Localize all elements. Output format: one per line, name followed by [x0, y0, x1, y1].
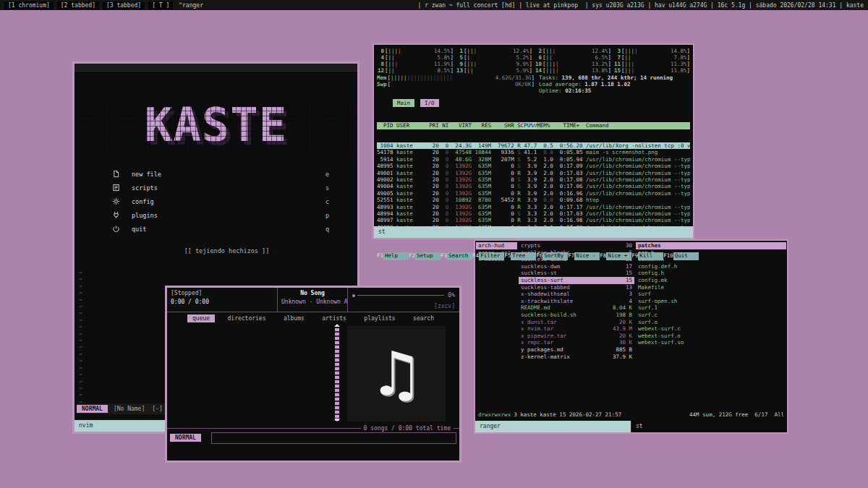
fkey-kill[interactable]: F9Kill	[631, 252, 663, 260]
process-row[interactable]: 48993 kaste 20 0 1392G 635M 0 R 3.3 2.0 …	[377, 204, 690, 210]
htop-window[interactable]: 0[||||14.5%]1[|||12.4%]2[|||12.4%]3[||||…	[373, 43, 694, 239]
workspace-tag[interactable]: [1 chromium]	[4, 1, 54, 9]
load-line: Load average: 1.87 1.18 1.02	[539, 81, 630, 87]
ranger-preview-row[interactable]: surf.1	[636, 304, 786, 312]
ranger-file-row[interactable]: y packages.md885 B	[519, 346, 634, 354]
process-row[interactable]: 5914 kaste 20 0 48.6G 328M 207M S 5.2 1.…	[377, 156, 690, 163]
menu-item-config[interactable]: configc	[112, 194, 329, 208]
menu-item-plugins[interactable]: pluginsp	[112, 208, 329, 222]
htop-tab-io[interactable]: I/O	[420, 99, 439, 107]
ranger-preview-row[interactable]: surf.c	[636, 312, 786, 319]
music-command-box[interactable]	[211, 432, 456, 444]
scroll-up-icon[interactable]	[334, 324, 340, 327]
cpu-meter-2: 2[|||12.4%]	[535, 48, 611, 54]
window-tab-ranger[interactable]: ranger	[475, 421, 631, 432]
tilde-column: ~~~~~~~~~~~~~~~~~~~~	[79, 270, 82, 406]
new-file-icon	[112, 170, 122, 178]
ranger-window[interactable]: arch-hudoctan~.netx musica crypts30suckl…	[474, 239, 788, 434]
fkey-nice[interactable]: F8Nice +	[600, 252, 631, 260]
cpu-meter-15: 15[|||11.8%]	[613, 67, 690, 74]
ranger-file-row[interactable]: suckless-st15	[519, 270, 634, 277]
swap-value: 0K/0K	[515, 81, 532, 87]
ranger-preview-row[interactable]: webext-surf.so	[636, 339, 786, 346]
ranger-file-row[interactable]: x dunst.tar20 K	[519, 319, 634, 326]
window-tab-st[interactable]: st	[631, 421, 787, 432]
music-player-window[interactable]: [Stopped] 0:00 / 0:00 No Song Unknown - …	[165, 286, 461, 463]
fkey-search[interactable]: F3Search	[441, 252, 472, 260]
ranger-file-row[interactable]: README.md8.04 K	[519, 304, 634, 312]
process-row[interactable]: 52551 kaste 20 0 10892 8780 5452 R 3.9 0…	[377, 197, 690, 203]
music-note-icon: ♫	[369, 338, 423, 409]
music-tab-directories[interactable]: directories	[223, 314, 271, 322]
ranger-preview-row[interactable]: surf.o	[636, 319, 786, 326]
ranger-file-row[interactable]: x-trackwithslate4	[519, 298, 634, 305]
file-size: 885 B	[616, 346, 632, 354]
fkey-sortby[interactable]: F6SortBy	[536, 252, 568, 260]
ranger-file-row[interactable]: x-shadewithseal3	[519, 291, 634, 298]
process-row[interactable]: 49005 kaste 20 0 1392G 635M 0 R 3.9 2.0 …	[377, 190, 690, 197]
htop-tab-main[interactable]: Main	[393, 99, 414, 107]
volume-slider[interactable]	[357, 295, 444, 296]
ranger-preview-row[interactable]: config.mk	[636, 277, 786, 284]
ranger-file-row[interactable]: x rmpc.tar30 K	[519, 339, 634, 346]
process-row[interactable]: 49002 kaste 20 0 1392G 635M 0 S 3.9 2.0 …	[377, 176, 690, 183]
cpu-meters: 0[||||14.5%]1[|||12.4%]2[|||12.4%]3[||||…	[377, 48, 690, 74]
fkey-nice[interactable]: F7Nice -	[568, 252, 600, 260]
menu-item-scripts[interactable]: scriptss	[112, 181, 329, 194]
process-table-header[interactable]: PID USER PRI NI VIRT RES SHR SCPU%▽MEM% …	[377, 122, 690, 129]
volume-percent: 0%	[448, 292, 455, 299]
process-row[interactable]: 48994 kaste 20 0 1392G 635M 0 S 3.3 2.0 …	[377, 210, 690, 217]
process-row[interactable]: 48997 kaste 20 0 1392G 635M 0 R 3.3 2.0 …	[377, 217, 690, 223]
menu-item-quit[interactable]: quitq	[112, 222, 329, 236]
fkey-tree[interactable]: F5Tree	[504, 252, 536, 260]
htop-tab-title[interactable]: st	[374, 226, 693, 238]
process-row[interactable]: 49004 kaste 20 0 1392G 635M 0 S 3.9 2.0 …	[377, 183, 690, 189]
player-elapsed-time: 0:00 / 0:00	[171, 299, 273, 305]
music-tab-queue[interactable]: queue	[187, 314, 215, 322]
file-name: x-shadewithseal	[521, 291, 570, 298]
ranger-file-row[interactable]: z-kernel-matrix37.9 K	[519, 354, 634, 361]
menu-item-shortcut: q	[326, 226, 329, 233]
ranger-preview-row[interactable]: webext-surf.c	[636, 325, 786, 333]
workspace-tag[interactable]: [ T ]	[148, 1, 173, 9]
scroll-down-icon[interactable]	[334, 419, 340, 421]
ranger-preview-row[interactable]: config.def.h	[636, 263, 786, 270]
menu-item-new-file[interactable]: new filee	[112, 167, 329, 181]
file-name: suckless-tabbed	[521, 284, 570, 291]
ranger-file-row[interactable]: x pipewire.tar20 K	[519, 333, 634, 340]
ranger-preview-row[interactable]: Makefile	[636, 284, 786, 291]
music-tab-search[interactable]: search	[408, 314, 439, 322]
process-row[interactable]: 49001 kaste 20 0 1392G 635M 0 R 3.9 2.0 …	[377, 170, 690, 176]
ranger-preview-row[interactable]: surf-open.sh	[636, 298, 786, 305]
queue-scrollbar[interactable]	[335, 328, 339, 421]
fkey-filter[interactable]: F4Filter	[472, 252, 504, 260]
process-row[interactable]: 54178 kaste 20 0 47548 10844 9336 S 41.1…	[377, 149, 690, 155]
ranger-file-row[interactable]: suckless-surf15	[519, 277, 634, 284]
menu-item-label: new file	[132, 171, 161, 178]
file-permissions: drwxrwxrwx	[478, 411, 511, 418]
music-tab-artists[interactable]: artists	[317, 314, 352, 322]
workspace-tags: [1 chromium][2 tabbed][3 tabbed][ T ]	[4, 1, 176, 9]
ranger-preview-row[interactable]: config.h	[636, 270, 786, 277]
music-tab-playlists[interactable]: playlists	[359, 314, 400, 322]
fkey-quit[interactable]: F10Quit	[663, 252, 699, 260]
ranger-file-row[interactable]: suckless-dwm17	[519, 263, 634, 270]
workspace-tag[interactable]: [2 tabbed]	[57, 1, 99, 9]
process-row[interactable]: 48995 kaste 20 0 1392G 635M 0 S 3.9 2.0 …	[377, 163, 690, 169]
ranger-preview-row[interactable]: surf	[636, 291, 786, 298]
cpu-meter-0: 0[||||14.5%]	[377, 48, 454, 54]
statusbar-info: | r zwan ~ full concert [hd] | live at p…	[418, 2, 864, 9]
music-tab-albums[interactable]: albums	[278, 314, 310, 322]
fkey-setup[interactable]: F2Setup	[409, 252, 441, 260]
file-name: suckless-st	[521, 270, 557, 277]
process-row[interactable]: 1004 kaste 20 0 24.3G 149M 79672 R 47.7 …	[377, 142, 690, 149]
workspace-tag[interactable]: [3 tabbed]	[103, 1, 145, 9]
tasks-line: Tasks: 139, 688 thr, 244 kthr; 14 runnin…	[539, 74, 673, 81]
fkey-help[interactable]: F1Help	[377, 252, 409, 260]
disk-summary: 44M sum, 212G free 6/17 All	[689, 411, 784, 418]
file-name: z-kernel-matrix	[521, 354, 570, 361]
ranger-file-row[interactable]: suckless-build.sh198 B	[519, 312, 634, 319]
ranger-file-row[interactable]: suckless-tabbed13	[519, 284, 634, 291]
ranger-preview-row[interactable]: webext-surf.o	[636, 333, 786, 340]
ranger-file-row[interactable]: x nvim.tar43.9 M	[519, 325, 634, 333]
